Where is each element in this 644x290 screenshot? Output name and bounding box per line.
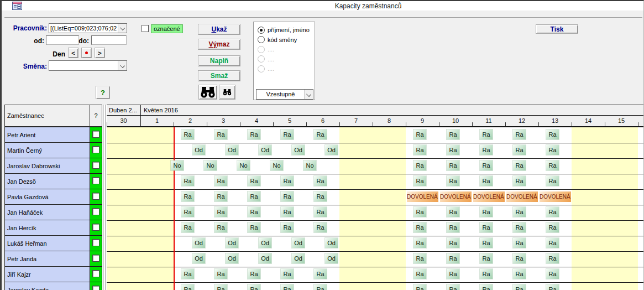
shift-badge-Ra[interactable]: Ra bbox=[447, 253, 459, 263]
shift-badge-Ra[interactable]: Ra bbox=[214, 130, 227, 139]
shift-badge-Ra[interactable]: Ra bbox=[480, 238, 493, 248]
employee-name-cell[interactable]: Jiří Kajzr bbox=[4, 266, 90, 282]
employee-name-cell[interactable]: Lukáš Heřman bbox=[4, 235, 90, 251]
shift-badge-Ra[interactable]: Ra bbox=[214, 176, 227, 186]
select-checkbox[interactable] bbox=[92, 131, 100, 138]
shift-badge-Ra[interactable]: Ra bbox=[447, 160, 459, 170]
employee-name-cell[interactable]: Jaroslav Dabrowski bbox=[4, 158, 90, 174]
shift-badge-Ra[interactable]: Ra bbox=[181, 191, 194, 201]
shift-badge-Ra[interactable]: Ra bbox=[546, 207, 559, 217]
sort-option-0[interactable]: příjmení, jméno bbox=[258, 26, 310, 34]
shift-badge-Ra[interactable]: Ra bbox=[546, 253, 559, 263]
vymaz-button[interactable]: Výmaz bbox=[198, 39, 240, 50]
shift-badge-Ra[interactable]: Ra bbox=[546, 160, 559, 170]
shift-badge-Od[interactable]: Od bbox=[325, 145, 338, 155]
select-checkbox[interactable] bbox=[92, 255, 100, 262]
shift-badge-Ra[interactable]: Ra bbox=[480, 130, 493, 139]
shift-badge-Ra[interactable]: Ra bbox=[248, 284, 260, 290]
shift-badge-Ra[interactable]: Ra bbox=[513, 284, 526, 290]
tisk-button[interactable]: Tisk bbox=[536, 24, 578, 34]
shift-badge-Od[interactable]: Od bbox=[292, 253, 305, 263]
shift-badge-Ra[interactable]: Ra bbox=[480, 222, 493, 232]
shift-badge-Ra[interactable]: Ra bbox=[513, 238, 526, 248]
shift-badge-Ra[interactable]: Ra bbox=[181, 176, 194, 186]
shift-badge-Ra[interactable]: Ra bbox=[214, 269, 227, 279]
select-checkbox[interactable] bbox=[92, 177, 100, 184]
shift-badge-Ra[interactable]: Ra bbox=[314, 207, 327, 217]
smaz-button[interactable]: Smaž bbox=[198, 70, 240, 81]
shift-badge-Ra[interactable]: Ra bbox=[546, 145, 559, 155]
shift-badge-Od[interactable]: Od bbox=[192, 145, 205, 155]
shift-badge-Ra[interactable]: Ra bbox=[413, 145, 426, 155]
shift-badge-Ra[interactable]: Ra bbox=[248, 191, 260, 201]
shift-badge-Ra[interactable]: Ra bbox=[513, 130, 526, 139]
shift-badge-Ra[interactable]: Ra bbox=[413, 253, 426, 263]
find-button[interactable] bbox=[198, 85, 217, 100]
shift-badge-Ra[interactable]: Ra bbox=[248, 130, 260, 139]
shift-badge-Ra[interactable]: Ra bbox=[546, 176, 559, 186]
shift-badge-Od[interactable]: Od bbox=[292, 238, 305, 248]
shift-badge-Ra[interactable]: Ra bbox=[447, 207, 459, 217]
shift-badge-Od[interactable]: Od bbox=[259, 145, 271, 155]
shift-badge-Od[interactable]: Od bbox=[292, 145, 305, 155]
shift-badge-Ra[interactable]: Ra bbox=[413, 222, 426, 232]
shift-badge-Od[interactable]: Od bbox=[226, 238, 238, 248]
shift-badge-Ra[interactable]: Ra bbox=[181, 222, 194, 232]
day-today-button[interactable] bbox=[81, 48, 92, 58]
shift-badge-Ra[interactable]: Ra bbox=[413, 207, 426, 217]
shift-badge-Od[interactable]: Od bbox=[259, 253, 271, 263]
shift-badge-Ra[interactable]: Ra bbox=[281, 191, 294, 201]
shift-badge-Ra[interactable]: Ra bbox=[181, 207, 194, 217]
sort-order-combobox[interactable]: Vzestupně bbox=[256, 89, 313, 100]
do-input[interactable] bbox=[91, 35, 127, 45]
shift-badge-Ra[interactable]: Ra bbox=[513, 207, 526, 217]
shift-badge-Ra[interactable]: Ra bbox=[480, 176, 493, 186]
day-prev-button[interactable]: < bbox=[68, 48, 78, 58]
napln-button[interactable]: Naplň bbox=[198, 55, 240, 66]
shift-badge-Ra[interactable]: Ra bbox=[314, 222, 327, 232]
employee-name-cell[interactable]: Jan Dezsö bbox=[4, 173, 90, 189]
shift-badge-Ra[interactable]: Ra bbox=[513, 176, 526, 186]
shift-badge-Ra[interactable]: Ra bbox=[513, 269, 526, 279]
select-checkbox[interactable] bbox=[92, 239, 100, 246]
chevron-down-icon[interactable] bbox=[118, 24, 127, 33]
shift-badge-Od[interactable]: Od bbox=[226, 253, 238, 263]
employee-name-cell[interactable]: Jan Haňáček bbox=[4, 204, 90, 220]
shift-badge-Od[interactable]: Od bbox=[325, 253, 338, 263]
shift-badge-Ra[interactable]: Ra bbox=[513, 253, 526, 263]
select-checkbox[interactable] bbox=[92, 146, 100, 153]
employee-name-cell[interactable]: Jaroslav Kazda bbox=[4, 282, 90, 290]
shift-badge-Ra[interactable]: Ra bbox=[413, 238, 426, 248]
shift-badge-No[interactable]: No bbox=[237, 160, 250, 170]
smena-combobox[interactable] bbox=[49, 60, 127, 71]
shift-badge-Ra[interactable]: Ra bbox=[546, 284, 559, 290]
shift-badge-Ra[interactable]: Ra bbox=[447, 145, 459, 155]
shift-badge-Od[interactable]: Od bbox=[259, 238, 271, 248]
shift-badge-Ra[interactable]: Ra bbox=[314, 191, 327, 201]
shift-badge-Ra[interactable]: Ra bbox=[447, 222, 459, 232]
shift-badge-Ra[interactable]: Ra bbox=[281, 269, 294, 279]
select-checkbox[interactable] bbox=[92, 208, 100, 215]
shift-badge-Ra[interactable]: Ra bbox=[281, 130, 294, 139]
sort-option-1[interactable]: kód směny bbox=[258, 36, 297, 44]
select-checkbox[interactable] bbox=[92, 286, 100, 290]
shift-badge-Ra[interactable]: Ra bbox=[248, 207, 260, 217]
select-checkbox[interactable] bbox=[92, 270, 100, 277]
select-checkbox[interactable] bbox=[92, 162, 100, 169]
employee-name-cell[interactable]: Jan Hercík bbox=[4, 220, 90, 236]
ukaz-button[interactable]: Ukaž bbox=[198, 24, 240, 35]
shift-badge-Ra[interactable]: Ra bbox=[447, 130, 459, 139]
radio-selected-icon[interactable] bbox=[258, 27, 265, 34]
vacation-badge[interactable]: DOVOLENÁ bbox=[540, 191, 571, 202]
shift-badge-Ra[interactable]: Ra bbox=[546, 130, 559, 139]
shift-badge-Ra[interactable]: Ra bbox=[248, 269, 260, 279]
shift-badge-Ra[interactable]: Ra bbox=[214, 191, 227, 201]
select-checkbox[interactable] bbox=[92, 193, 100, 200]
shift-badge-Ra[interactable]: Ra bbox=[546, 238, 559, 248]
shift-badge-Od[interactable]: Od bbox=[192, 253, 205, 263]
shift-badge-Ra[interactable]: Ra bbox=[248, 222, 260, 232]
shift-badge-Ra[interactable]: Ra bbox=[513, 222, 526, 232]
shift-badge-Ra[interactable]: Ra bbox=[546, 222, 559, 232]
shift-badge-Ra[interactable]: Ra bbox=[281, 222, 294, 232]
shift-badge-Ra[interactable]: Ra bbox=[181, 284, 194, 290]
